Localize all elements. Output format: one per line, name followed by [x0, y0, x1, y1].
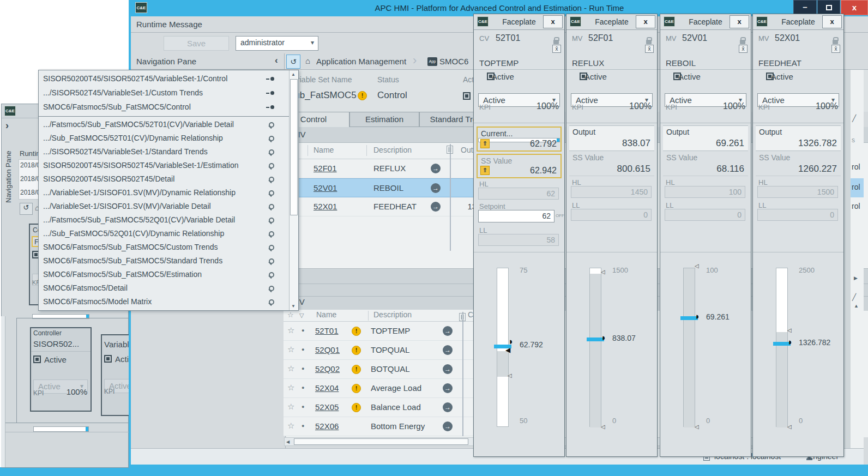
- nav-list-item[interactable]: SMOC6/Fatsmoc5/Detail: [42, 282, 287, 296]
- actual-checkbox[interactable]: [463, 92, 471, 100]
- close-icon[interactable]: x: [636, 15, 655, 28]
- xbar-icon[interactable]: x̄: [739, 45, 748, 53]
- pin-icon[interactable]: [268, 149, 274, 155]
- bg-runtime-row[interactable]: 2018/0: [20, 161, 40, 169]
- nav-list-item[interactable]: .../Fatsmoc5/Sub_FatSMOC5/52Q01(CV)/Vari…: [42, 214, 287, 227]
- faceplate-titlebar[interactable]: C&E Faceplate x: [566, 14, 657, 30]
- star-icon[interactable]: ☆: [287, 421, 294, 431]
- row-detail-arrow-icon[interactable]: →: [431, 183, 441, 193]
- scrollbar-thumb[interactable]: [290, 79, 298, 215]
- star-icon[interactable]: ☆: [287, 364, 294, 373]
- table-row[interactable]: ☆ ● 52Q02 ! BOTQUAL →: [284, 360, 474, 379]
- xbar-icon[interactable]: x̄: [831, 45, 840, 53]
- pin-icon[interactable]: [268, 286, 274, 292]
- nav-list-item[interactable]: .../SISOR502T45/VariableSet-1/Standard T…: [42, 146, 287, 159]
- row-name-link[interactable]: 52V01: [314, 183, 337, 192]
- nav-pane-collapse-button[interactable]: ‹: [275, 55, 278, 66]
- table2-desc-col[interactable]: Description: [373, 310, 412, 319]
- value-slider[interactable]: ◁ ◗ ◁: [776, 268, 788, 427]
- home-icon[interactable]: ⌂: [305, 56, 310, 65]
- history-icon[interactable]: ↺: [286, 55, 300, 69]
- controller-card-name[interactable]: SISOR502...: [33, 339, 79, 348]
- ll-input[interactable]: 0: [571, 209, 652, 221]
- table1-name-col[interactable]: Name: [314, 146, 334, 154]
- row-name-link[interactable]: 52X06: [315, 421, 339, 431]
- pin-icon[interactable]: [268, 177, 274, 183]
- minimize-button[interactable]: –: [793, 0, 817, 15]
- pin-icon[interactable]: [268, 204, 274, 210]
- splitter-grip[interactable]: [447, 146, 453, 154]
- setpoint-input[interactable]: 62: [478, 210, 554, 222]
- row-detail-arrow-icon[interactable]: →: [443, 402, 453, 412]
- hl-input[interactable]: 1500: [757, 186, 838, 198]
- table-row[interactable]: ☆ ● 52X04 ! Average Load →: [284, 379, 474, 398]
- bg-left-scroll-strip[interactable]: [1, 316, 5, 467]
- tab-estimation[interactable]: Estimation: [349, 112, 419, 127]
- pin-icon[interactable]: [268, 163, 274, 169]
- table-row[interactable]: ☆ ● 52T01 ! TOPTEMP →: [284, 322, 474, 341]
- scroll-up-icon[interactable]: ▲: [291, 72, 296, 77]
- hl-input[interactable]: 62: [478, 188, 559, 200]
- pin-icon[interactable]: [268, 299, 274, 305]
- nav-list-item[interactable]: .../VariableSet-1/SISOF01.SV(MV)/Dynamic…: [42, 186, 287, 200]
- row-detail-arrow-icon[interactable]: →: [443, 383, 453, 393]
- pinned-icon[interactable]: [266, 91, 274, 95]
- faceplate-titlebar[interactable]: C&E Faceplate x: [660, 14, 751, 30]
- nav-list-item[interactable]: SISOR50200T45/SISOR502T45/VariableSet-1/…: [42, 73, 287, 86]
- close-icon[interactable]: x: [730, 15, 749, 28]
- row-detail-arrow-icon[interactable]: →: [443, 326, 453, 336]
- pin-icon[interactable]: [268, 136, 274, 142]
- nav-pane-expand-button[interactable]: ›: [5, 120, 9, 131]
- nav-list-item[interactable]: SISOR50200T45/SISOR502T45/Detail: [42, 173, 287, 186]
- pencil-icon[interactable]: ╱: [852, 293, 856, 301]
- pinned-icon[interactable]: [266, 76, 274, 81]
- pin-icon[interactable]: [268, 190, 274, 196]
- value-slider[interactable]: ◁ ◗ ◁: [683, 268, 695, 427]
- close-icon[interactable]: x: [543, 15, 563, 28]
- pin-icon[interactable]: [268, 122, 274, 128]
- scroll-left-icon[interactable]: ◀: [286, 439, 290, 444]
- breadcrumb-home[interactable]: Application Management: [316, 57, 406, 66]
- value-slider[interactable]: ◗ ◀ ◁: [497, 268, 509, 427]
- scroll-right-icon[interactable]: ▶: [854, 275, 858, 281]
- pin-icon[interactable]: [268, 218, 274, 224]
- current-value-box[interactable]: Current... ⇑ 62.792: [477, 126, 562, 152]
- funnel-icon[interactable]: ▽: [299, 312, 304, 319]
- table1-desc-col[interactable]: Description: [373, 146, 412, 154]
- nav-list-item[interactable]: .../SISOR502T45/VariableSet-1/Custom Tre…: [42, 87, 287, 100]
- scrollbar-thumb[interactable]: [294, 438, 468, 445]
- pin-icon[interactable]: [268, 231, 274, 237]
- row-name-link[interactable]: 52X05: [315, 402, 339, 412]
- row-detail-arrow-icon[interactable]: →: [443, 364, 453, 374]
- nav-list-item[interactable]: .../VariableSet-1/SISOF01.SV(MV)/Variabl…: [42, 200, 287, 214]
- active-checkbox[interactable]: [104, 355, 112, 363]
- row-name-link[interactable]: 52X01: [314, 202, 337, 211]
- scroll-down-icon[interactable]: ▼: [291, 304, 296, 309]
- nav-list-item[interactable]: .../Fatsmoc5/Sub_FatSMOC5/52T01(CV)/Vari…: [42, 118, 287, 132]
- nav-list-item[interactable]: SMOC6/Fatsmoc5/Sub_FatSMOC5/Control: [42, 101, 287, 115]
- pin-icon[interactable]: [268, 258, 274, 264]
- nav-list-item[interactable]: .../Sub_FatSMOC5/52T01(CV)/Dynamic Relat…: [42, 132, 287, 146]
- ll-input[interactable]: 0: [665, 209, 745, 221]
- nav-list-item[interactable]: SISOR50200T45/SISOR502T45/VariableSet-1/…: [42, 159, 287, 173]
- row-name-link[interactable]: 52T01: [315, 326, 339, 335]
- save-button[interactable]: Save: [164, 36, 229, 51]
- nav-scrollbar[interactable]: ▲ ▼: [289, 70, 298, 310]
- controller-card[interactable]: Controller SISOR502... Active Active ▾ K…: [30, 327, 92, 412]
- nav-list-item[interactable]: SMOC6/Fatsmoc5/Model Matrix: [42, 296, 287, 309]
- user-dropdown[interactable]: administrator ▾: [236, 36, 318, 51]
- breadcrumb-app[interactable]: SMOC6: [439, 57, 468, 66]
- row-detail-arrow-icon[interactable]: →: [443, 421, 453, 431]
- xbar-icon[interactable]: x̄: [552, 45, 561, 53]
- nav-list-item[interactable]: SMOC6/Fatsmoc5/Sub_FatSMOC5/Estimation: [42, 268, 287, 282]
- maximize-button[interactable]: [817, 0, 840, 15]
- ll-input[interactable]: 0: [757, 209, 838, 221]
- xbar-icon[interactable]: x̄: [645, 45, 654, 53]
- table-row[interactable]: ☆ ● 52X05 ! Balance Load →: [284, 398, 474, 417]
- pinned-icon[interactable]: [266, 105, 274, 110]
- pencil-icon[interactable]: ╱: [852, 115, 856, 122]
- pin-icon[interactable]: [268, 272, 274, 278]
- row-name-link[interactable]: 52Q01: [315, 345, 340, 354]
- pin-icon[interactable]: [268, 245, 274, 251]
- row-detail-arrow-icon[interactable]: →: [431, 202, 441, 212]
